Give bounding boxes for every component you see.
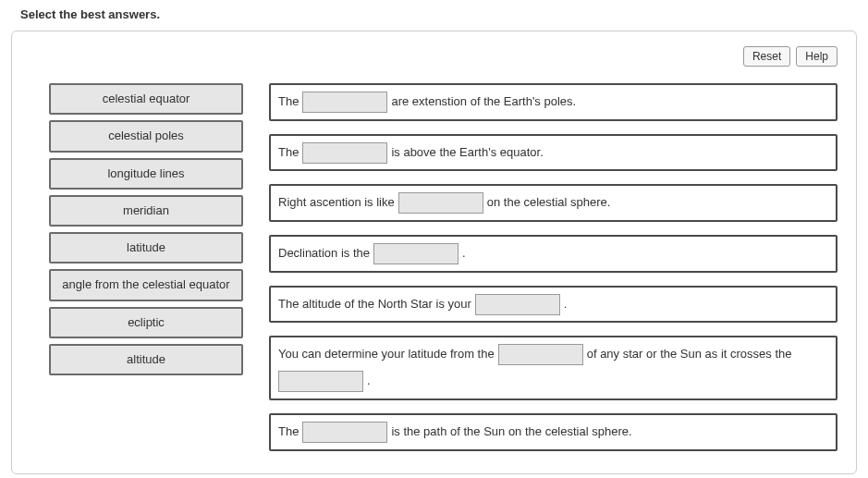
sentence-text: is the path of the Sun on the celestial …: [391, 421, 631, 444]
term-celestial-equator[interactable]: celestial equator: [49, 83, 243, 115]
question-panel: Reset Help celestial equator celestial p…: [11, 31, 857, 474]
sentence-text: of any star or the Sun as it crosses the: [587, 343, 792, 366]
term-angle-from-celestial-equator[interactable]: angle from the celestial equator: [49, 269, 243, 300]
sentence-text: is above the Earth's equator.: [391, 141, 543, 165]
reset-button[interactable]: Reset: [743, 46, 790, 67]
sentence-text: Declination is the: [278, 242, 370, 265]
drop-target[interactable]: [475, 294, 560, 315]
top-buttons: Reset Help: [31, 46, 837, 67]
drop-target[interactable]: [302, 422, 387, 443]
sentence-text: The altitude of the North Star is your: [278, 293, 471, 316]
sentence-text: are extenstion of the Earth's poles.: [391, 91, 576, 114]
sentence-text: The: [278, 141, 299, 165]
term-celestial-poles[interactable]: celestial poles: [49, 120, 243, 152]
help-button[interactable]: Help: [796, 46, 837, 67]
sentence-text: .: [367, 370, 371, 393]
sentence-text: .: [564, 293, 568, 316]
sentence-text: The: [278, 91, 299, 114]
sentence-text: on the celestial sphere.: [487, 191, 611, 214]
work-area: celestial equator celestial poles longit…: [31, 83, 837, 451]
sentence-4: Declination is the .: [269, 235, 837, 273]
drop-target[interactable]: [302, 92, 387, 113]
term-meridian[interactable]: meridian: [49, 195, 243, 227]
sentence-text: .: [462, 242, 466, 265]
terms-column: celestial equator celestial poles longit…: [49, 83, 243, 375]
drop-target[interactable]: [373, 243, 458, 264]
sentence-2: The is above the Earth's equator.: [269, 134, 837, 172]
sentence-text: You can determine your latitude from the: [278, 343, 495, 366]
sentences-column: The are extenstion of the Earth's poles.…: [269, 83, 837, 451]
term-altitude[interactable]: altitude: [49, 344, 243, 375]
page-title: Select the best answers.: [20, 7, 857, 21]
drop-target[interactable]: [498, 344, 583, 365]
term-latitude[interactable]: latitude: [49, 232, 243, 264]
sentence-1: The are extenstion of the Earth's poles.: [269, 83, 837, 121]
sentence-text: Right ascention is like: [278, 191, 395, 214]
sentence-6: You can determine your latitude from the…: [269, 336, 837, 399]
term-longitude-lines[interactable]: longitude lines: [49, 158, 243, 190]
sentence-text: The: [278, 421, 299, 444]
sentence-7: The is the path of the Sun on the celest…: [269, 413, 837, 451]
term-ecliptic[interactable]: ecliptic: [49, 307, 243, 338]
drop-target[interactable]: [278, 371, 363, 392]
sentence-3: Right ascention is like on the celestial…: [269, 184, 837, 222]
drop-target[interactable]: [302, 142, 387, 164]
drop-target[interactable]: [398, 192, 483, 214]
sentence-5: The altitude of the North Star is your .: [269, 286, 837, 324]
